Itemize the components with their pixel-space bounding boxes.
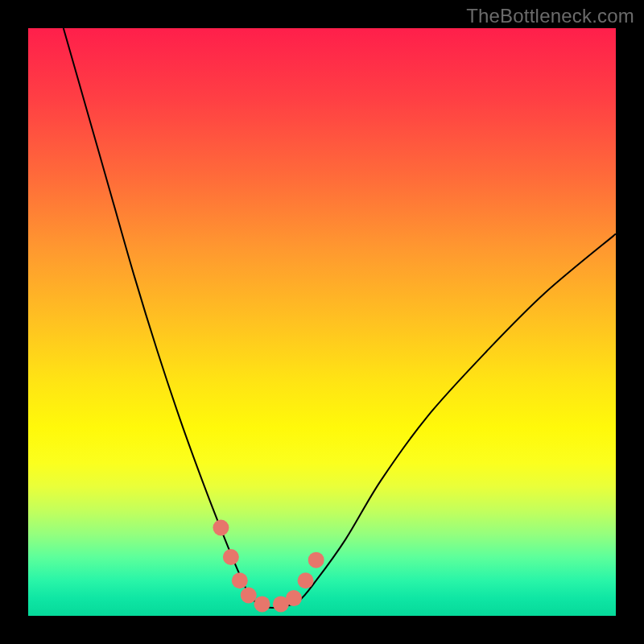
- curve-marker: [286, 590, 302, 606]
- bottleneck-curve: [64, 28, 616, 608]
- curve-svg: [28, 28, 616, 616]
- watermark-text: TheBottleneck.com: [466, 5, 634, 27]
- chart-frame: TheBottleneck.com: [0, 0, 644, 644]
- curve-marker: [232, 572, 248, 588]
- curve-marker: [298, 572, 314, 588]
- curve-marker: [241, 587, 257, 603]
- curve-marker: [223, 549, 239, 565]
- plot-area: [28, 28, 616, 616]
- curve-marker: [213, 520, 229, 536]
- curve-marker: [308, 552, 324, 568]
- chart-content: [64, 28, 616, 612]
- curve-marker: [254, 596, 270, 612]
